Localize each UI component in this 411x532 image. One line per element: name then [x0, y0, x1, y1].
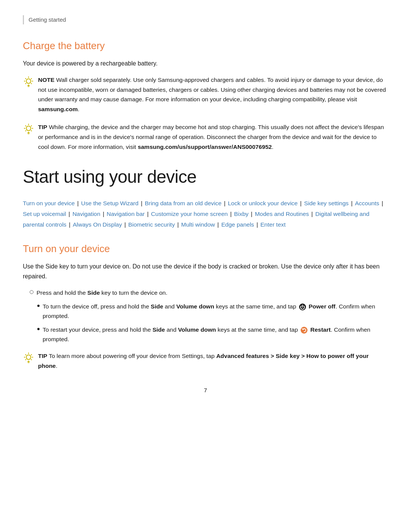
sub-bullet-power-off: To turn the device off, press and hold t…	[37, 302, 388, 321]
turn-on-tip: TIP To learn more about powering off you…	[23, 351, 388, 371]
turn-on-intro: Use the Side key to turn your device on.…	[23, 262, 388, 281]
vol-down-bold: Volume down	[176, 303, 214, 310]
tip-label: TIP	[38, 124, 47, 130]
svg-line-5	[25, 78, 26, 79]
svg-line-30	[25, 354, 26, 355]
svg-point-24	[301, 327, 307, 334]
main-bullet-text: Press and hold the Side key to turn the …	[37, 288, 167, 298]
charge-tip-link: samsung.com/us/support/answer/ANS0007695…	[138, 144, 272, 150]
svg-line-6	[31, 83, 32, 84]
sub-bullet-dot-2	[37, 328, 40, 330]
charge-tip: TIP While charging, the device and the c…	[23, 122, 388, 152]
restart-icon	[300, 326, 308, 334]
sub-bullet-power-off-text: To turn the device off, press and hold t…	[43, 302, 388, 321]
charge-note: NOTE Wall charger sold separately. Use o…	[23, 75, 388, 114]
svg-point-11	[26, 126, 31, 131]
svg-line-17	[31, 131, 32, 131]
svg-line-33	[31, 354, 32, 355]
toc-link-enter-text[interactable]: Enter text	[260, 221, 285, 228]
charge-tip-text: TIP While charging, the device and the c…	[38, 122, 388, 152]
svg-line-8	[31, 78, 32, 79]
start-section: Start using your device Turn on your dev…	[23, 163, 388, 230]
toc-link-bring-data[interactable]: Bring data from an old device	[145, 200, 221, 206]
toc-link-always-on[interactable]: Always On Display	[73, 221, 122, 228]
charge-section: Charge the battery Your device is powere…	[23, 38, 388, 152]
svg-line-7	[25, 83, 26, 84]
side-key-bold-3: Side	[153, 326, 165, 333]
charge-tip-body: While charging, the device and the charg…	[38, 124, 384, 150]
toc-link-navigation[interactable]: Navigation	[72, 211, 100, 217]
charge-note-text: NOTE Wall charger sold separately. Use o…	[38, 75, 388, 114]
svg-line-19	[31, 126, 32, 126]
sub-bullet-list: To turn the device off, press and hold t…	[37, 302, 388, 344]
turn-on-tip-icon	[23, 352, 34, 363]
svg-line-18	[25, 131, 26, 131]
toc-link-modes[interactable]: Modes and Routines	[255, 211, 309, 217]
sub-bullet-restart: To restart your device, press and hold t…	[37, 325, 388, 344]
toc-link-biometric[interactable]: Biometric security	[128, 221, 175, 228]
svg-line-32	[25, 359, 26, 360]
toc-link-setup-wizard[interactable]: Use the Setup Wizard	[81, 200, 139, 206]
page-num-text: 7	[204, 387, 207, 393]
charge-title: Charge the battery	[23, 38, 388, 54]
page-header: Getting started	[23, 15, 388, 24]
turn-on-tip-text: TIP To learn more about powering off you…	[38, 351, 388, 371]
header-label: Getting started	[29, 16, 66, 23]
advanced-features-bold: Advanced features > Side key > How to po…	[38, 353, 369, 369]
tip-icon	[23, 123, 34, 134]
power-off-icon	[299, 303, 306, 311]
vol-down-bold-2: Volume down	[178, 326, 216, 333]
toc-link-voicemail[interactable]: Set up voicemail	[23, 211, 66, 217]
charge-link: samsung.com	[38, 106, 78, 112]
charge-intro: Your device is powered by a rechargeable…	[23, 59, 388, 69]
toc-link-side-key[interactable]: Side key settings	[304, 200, 349, 206]
svg-line-31	[31, 359, 32, 360]
start-title: Start using your device	[23, 163, 388, 191]
note-icon	[23, 76, 34, 87]
side-key-bold-2: Side	[151, 303, 163, 310]
svg-line-16	[25, 126, 26, 126]
sub-bullet-restart-text: To restart your device, press and hold t…	[43, 325, 388, 344]
sub-bullet-dot-1	[37, 305, 40, 307]
restart-label: Restart	[310, 326, 330, 333]
toc-link-lock-unlock[interactable]: Lock or unlock your device	[228, 200, 298, 206]
toc-link-accounts[interactable]: Accounts	[355, 200, 379, 206]
turn-on-section: Turn on your device Use the Side key to …	[23, 241, 388, 371]
toc-link-turn-on[interactable]: Turn on your device	[23, 200, 75, 206]
turn-on-tip-label: TIP	[38, 353, 47, 359]
main-bullet-item: Press and hold the Side key to turn the …	[30, 288, 388, 298]
toc-link-edge-panels[interactable]: Edge panels	[221, 221, 254, 228]
turn-on-tip-body: To learn more about powering off your de…	[38, 353, 369, 369]
toc-link-nav-bar[interactable]: Navigation bar	[107, 211, 145, 217]
main-bullet-list: Press and hold the Side key to turn the …	[30, 288, 388, 298]
svg-point-25	[26, 355, 31, 359]
toc-links: Turn on your device | Use the Setup Wiza…	[23, 198, 388, 230]
toc-link-bixby[interactable]: Bixby	[234, 211, 249, 217]
bullet-circle	[30, 290, 33, 294]
toc-link-multi-window[interactable]: Multi window	[181, 221, 215, 228]
charge-note-body: Wall charger sold separately. Use only S…	[38, 77, 386, 112]
page-number: 7	[23, 386, 388, 395]
turn-on-title: Turn on your device	[23, 241, 388, 257]
note-label: NOTE	[38, 77, 54, 83]
power-off-label: Power off	[309, 303, 336, 310]
side-key-bold: Side	[88, 289, 100, 296]
toc-link-home-screen[interactable]: Customize your home screen	[151, 211, 228, 217]
svg-point-0	[26, 79, 31, 83]
